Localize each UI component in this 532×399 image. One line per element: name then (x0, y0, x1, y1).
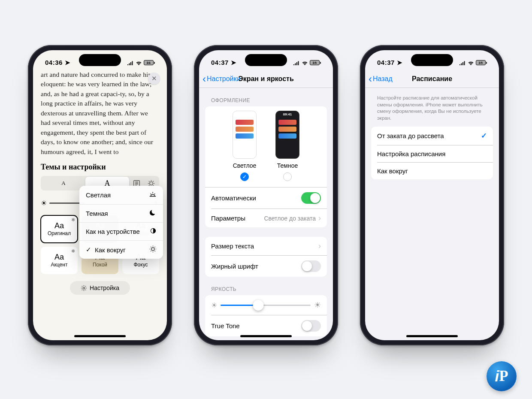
brightness-header: Яркость (199, 277, 333, 295)
menu-sunrise[interactable]: Светлая (79, 186, 163, 204)
radio-checked-icon[interactable]: ✓ (240, 172, 249, 181)
bold-row: Жирный шрифт (205, 256, 327, 277)
schedule-row-2[interactable]: Как вокруг (371, 163, 493, 179)
sun-small-icon: ☀︎ (41, 199, 47, 207)
menu-half[interactable]: Как на устройстве (79, 222, 163, 240)
brightness-slider[interactable]: ☀︎ ☀︎ (205, 295, 327, 315)
svg-point-1 (149, 181, 153, 185)
theme-card-Оригинал[interactable]: ✱AaОригинал (41, 215, 78, 243)
auto-toggle[interactable] (301, 192, 321, 204)
schedule-row-0[interactable]: От заката до рассвета✓ (371, 127, 493, 145)
back-link[interactable]: ‹Настройки (199, 73, 240, 85)
schedule-desc: Настройте расписание для автоматической … (365, 88, 499, 121)
svg-line-6 (148, 181, 149, 182)
light-option[interactable]: 09:41 Светлое✓ (233, 111, 257, 181)
sun-high-icon: ☀︎ (314, 300, 321, 310)
gear-icon (81, 285, 87, 291)
status-icons: 35 (293, 60, 321, 65)
truetone-row: True Tone (205, 315, 327, 336)
menu-auto[interactable]: ✓Как вокруг (79, 240, 163, 259)
status-time: 04:37 ➤ (211, 59, 236, 66)
svg-line-19 (151, 251, 151, 251)
close-button[interactable]: ✕ (148, 73, 160, 85)
theme-card-Акцент[interactable]: ✱AaАкцент (41, 247, 78, 274)
svg-line-18 (155, 251, 155, 251)
status-icons: 36 (127, 60, 155, 65)
moon-icon (150, 209, 157, 218)
svg-line-20 (155, 247, 155, 247)
auto-row: Автоматически (205, 187, 327, 209)
status-time: 04:36 ➤ (45, 59, 70, 66)
half-icon (150, 227, 157, 236)
svg-point-10 (83, 287, 85, 289)
customize-button[interactable]: Настройка (70, 281, 130, 295)
truetone-toggle[interactable] (301, 320, 321, 332)
nav-title: Экран и яркость (238, 75, 294, 83)
themes-title: Темы и настройки (33, 157, 167, 176)
schedule-row-1[interactable]: Настройка расписания (371, 145, 493, 162)
radio-unchecked-icon[interactable] (283, 172, 292, 181)
nav-title: Расписание (412, 75, 452, 83)
text-size-row[interactable]: Размер текста› (205, 237, 327, 255)
svg-line-17 (151, 247, 151, 247)
back-link[interactable]: ‹Назад (365, 73, 393, 85)
sunrise-icon (149, 190, 157, 200)
svg-line-9 (153, 181, 154, 182)
svg-point-12 (151, 248, 154, 251)
watermark-badge: iP (487, 361, 517, 391)
status-time: 04:37 ➤ (377, 59, 402, 66)
menu-moon[interactable]: Темная (79, 204, 163, 222)
params-row[interactable]: Параметры Светлое до заката› (205, 209, 327, 227)
auto-icon (149, 245, 157, 254)
checkmark-icon: ✓ (481, 131, 487, 140)
appearance-header: Оформление (199, 88, 333, 106)
status-icons: 35 (459, 60, 487, 65)
reader-text: art and nature had concurred to make him… (33, 70, 167, 157)
dark-option[interactable]: 09:41 Темное (275, 111, 299, 181)
sun-low-icon: ☀︎ (211, 301, 217, 309)
bold-toggle[interactable] (301, 260, 321, 272)
